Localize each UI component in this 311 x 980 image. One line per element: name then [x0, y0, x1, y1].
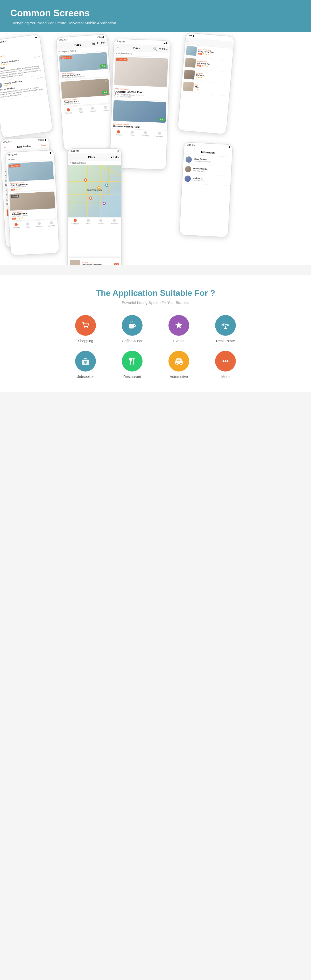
realestate-icon-bg: [215, 315, 236, 336]
back-arrow-rt[interactable]: ←: [187, 40, 189, 43]
map-popup-name: Hilton San Francisco: [82, 264, 112, 265]
svg-point-9: [180, 363, 182, 365]
filter-icon[interactable]: ▼ Filter: [96, 41, 105, 45]
save-button[interactable]: Save: [41, 144, 46, 147]
page-title: Common Screens: [10, 8, 301, 19]
nav-account[interactable]: Account: [102, 105, 109, 111]
bl-open-badge: Open Now: [9, 164, 21, 167]
realestate-label: Real Estate: [216, 339, 235, 343]
messages-title: Messages: [201, 150, 215, 154]
main-place-image: Open Now ♡: [114, 57, 168, 87]
more-label: More: [221, 375, 230, 379]
score-badge-2: 9.5: [102, 91, 108, 95]
back-arrow[interactable]: ←: [3, 145, 7, 150]
coffee-label: Coffee & Bar: [122, 339, 143, 343]
category-jobseeker[interactable]: Jobseeker: [65, 351, 106, 379]
nav-place[interactable]: Place: [78, 107, 83, 113]
listing-title: Place: [74, 43, 81, 47]
filter-icon-main[interactable]: ▼ Filter: [159, 48, 168, 51]
list-thumb-2: [185, 58, 196, 68]
place-card-1[interactable]: Open Now ♡ 9.5 Arts & Humanities Lounge …: [59, 52, 108, 80]
place-card-2[interactable]: ♡ 9.5 Business & Finance Business Place …: [61, 78, 110, 106]
nav-cat-bl[interactable]: Category: [12, 223, 20, 229]
map-popup-image: [70, 260, 80, 265]
back-arrow-msg[interactable]: ←: [186, 149, 190, 153]
more-icon-bg: [215, 351, 236, 372]
nav-wishlist-map[interactable]: Wishlist: [98, 219, 104, 224]
bl-fav-1[interactable]: ♡: [49, 162, 52, 165]
bl-card-2[interactable]: Closed ♡ Health & Fitness Adorable Room …: [10, 192, 56, 221]
bl-fav-2[interactable]: ♡: [51, 193, 53, 196]
nav-category-main[interactable]: Category: [115, 130, 122, 136]
bl-image-1: Open Now ♡: [8, 161, 54, 182]
phone-reviews: •••• Passionui ☁ 4.3 out of 5 ★★★★☆ Grig…: [0, 34, 53, 138]
nav-account-map[interactable]: Account: [111, 219, 117, 224]
category-restaurant[interactable]: Restaurant: [111, 351, 153, 379]
svg-point-1: [87, 327, 88, 328]
nav-wishlist-main[interactable]: Wishlist: [142, 131, 149, 137]
fav-icon-main[interactable]: ♡: [164, 60, 167, 62]
svg-point-0: [84, 327, 85, 328]
automotive-icon: [174, 356, 184, 366]
categories-grid: Shopping Coffee & Bar Events: [65, 315, 246, 379]
second-place-image-container: ♡ 9.5: [113, 100, 167, 123]
open-badge: Open Now: [60, 56, 72, 59]
shopping-icon-bg: [75, 315, 96, 336]
place-image-1: Open Now ♡ 9.5: [59, 52, 108, 72]
category-shopping[interactable]: Shopping: [65, 315, 106, 343]
map-score: 7.4: [114, 263, 119, 265]
category-events[interactable]: Events: [158, 315, 200, 343]
score-badge-1: 9.5: [100, 64, 106, 68]
jobseeker-icon-bg: [75, 351, 96, 372]
filter-btn[interactable]: ▼ Filter: [8, 158, 15, 161]
page-subtitle: Everything You Need For Create Universal…: [10, 21, 301, 25]
nav-account-main[interactable]: Account: [156, 132, 163, 137]
category-realestate[interactable]: Real Estate: [205, 315, 246, 343]
sort-label: Hightest Rating: [62, 49, 76, 53]
nav-category-map[interactable]: Category: [71, 219, 79, 224]
list-thumb-1: [186, 46, 197, 56]
favorite-icon[interactable]: ♡: [103, 53, 106, 57]
phone-right-top: •••• ▮ ← Arts & Humanities Cozy Royal Ro…: [177, 32, 235, 135]
coffee-icon: [127, 320, 137, 331]
phone-map: 9:41 AM ▮ ← Place ▼ Filter ≡ Hightest Ra…: [67, 148, 122, 265]
nav-wishlist[interactable]: Wishlist: [89, 106, 96, 112]
svg-point-13: [227, 360, 228, 362]
bl-card-1[interactable]: Open Now ♡ Business & Finance Cozy Royal…: [8, 161, 54, 192]
category-coffee[interactable]: Coffee & Bar: [111, 315, 153, 343]
second-place-image: ♡ 9.5: [113, 100, 167, 123]
map-area: San Francisco: [68, 165, 121, 217]
bl-image-2: Closed ♡: [10, 192, 55, 211]
nav-place-map[interactable]: Place: [86, 219, 91, 224]
nav-wish-bl[interactable]: Wishlist: [36, 222, 42, 228]
back-arrow-listing[interactable]: ←: [59, 44, 63, 48]
restaurant-icon: [127, 356, 137, 366]
map-header: ← Place ▼ Filter: [68, 153, 121, 161]
nav-place-main[interactable]: Place: [130, 130, 135, 136]
map-sort-label: Hightest Rating: [72, 162, 87, 164]
search-icon-main[interactable]: 🔍: [153, 47, 157, 51]
map-filter-icon[interactable]: ▼ Filter: [110, 156, 119, 159]
category-automotive[interactable]: Automotive: [158, 351, 200, 379]
svg-point-3: [222, 324, 224, 326]
category-more[interactable]: More: [205, 351, 246, 379]
phone-text: +1-678-338-7368: [117, 95, 131, 98]
events-label: Events: [173, 339, 184, 343]
msg-avatar-3: [184, 175, 191, 182]
back-arrow-map[interactable]: ←: [70, 155, 74, 159]
fav-icon-2[interactable]: ♡: [163, 103, 165, 106]
main-place-image-container: Open Now ♡: [114, 57, 168, 87]
nav-place-bl[interactable]: Place: [25, 223, 30, 228]
shopping-icon: [80, 320, 91, 331]
nav-acc-bl[interactable]: Account: [48, 221, 55, 227]
nav-category[interactable]: Category: [65, 108, 72, 114]
map-popup[interactable]: Arts & Humanities Hilton San Francisco ★…: [68, 258, 121, 265]
suitable-section: The Application Suitable For ? Powerful …: [0, 275, 311, 392]
svg-point-12: [225, 360, 227, 362]
grid-view-icon[interactable]: ⊞: [92, 42, 95, 46]
rating-stars: ★★★★☆: [0, 55, 5, 59]
more-icon: [220, 356, 231, 366]
favorite-icon-2[interactable]: ♡: [105, 80, 108, 83]
back-arrow-main[interactable]: ←: [116, 45, 120, 49]
bl-closed-badge: Closed: [11, 195, 19, 198]
